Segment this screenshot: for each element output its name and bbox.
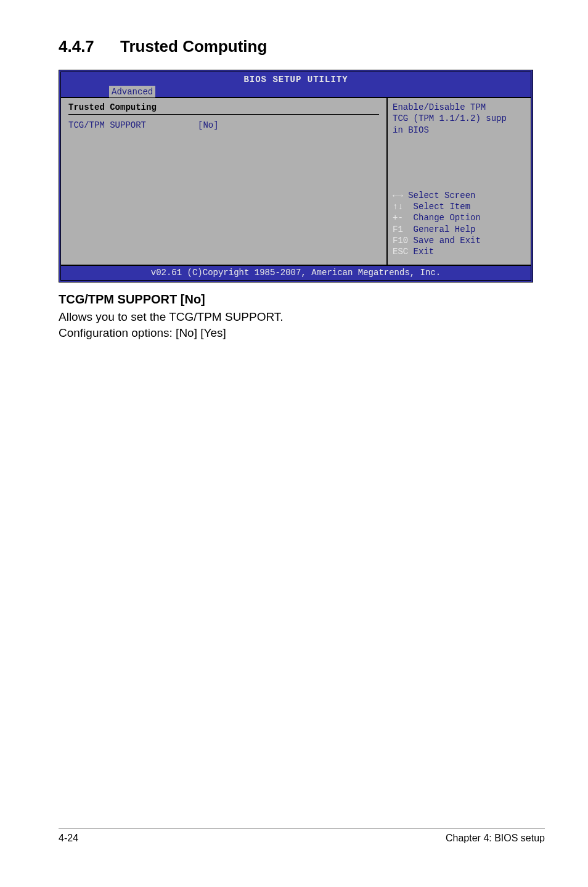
section-number: 4.4.7: [59, 37, 120, 56]
bios-key-line: ↑↓ Select Item: [393, 201, 526, 212]
body-text: Allows you to set the TCG/TPM SUPPORT.: [59, 309, 545, 325]
divider: [68, 114, 379, 115]
bios-key-text: Exit: [408, 247, 434, 257]
bios-key-text: Change Option: [403, 213, 481, 223]
bios-key-line: ←→ Select Screen: [393, 190, 526, 201]
bios-option-row: TCG/TPM SUPPORT [No]: [68, 120, 379, 131]
f1-key-icon: F1: [393, 224, 403, 235]
bios-header: BIOS SETUP UTILITY: [61, 72, 531, 86]
bios-option-value: [No]: [198, 120, 219, 131]
bios-tab-advanced: Advanced: [109, 86, 155, 97]
chapter-label: Chapter 4: BIOS setup: [446, 833, 545, 844]
bios-key-line: +- Change Option: [393, 212, 526, 223]
bios-key-text: Select Screen: [403, 191, 476, 200]
bios-key-text: Save and Exit: [408, 236, 481, 245]
bios-key-line: F10 Save and Exit: [393, 235, 526, 246]
bios-screenshot: BIOS SETUP UTILITY Advanced Trusted Comp…: [59, 70, 533, 283]
bios-tab-row: Advanced: [61, 86, 531, 97]
bios-key-legend: ←→ Select Screen ↑↓ Select Item +- Chang…: [393, 190, 526, 257]
bios-help-text: Enable/Disable TPM TCG (TPM 1.1/1.2) sup…: [393, 102, 526, 136]
bios-left-panel: Trusted Computing TCG/TPM SUPPORT [No]: [61, 98, 388, 265]
bios-help-line: Enable/Disable TPM: [393, 102, 526, 113]
section-heading: 4.4.7Trusted Computing: [59, 37, 545, 56]
bios-key-line: ESC Exit: [393, 246, 526, 257]
arrows-ud-icon: ↑↓: [393, 201, 403, 212]
bios-key-line: F1 General Help: [393, 224, 526, 235]
bios-right-panel: Enable/Disable TPM TCG (TPM 1.1/1.2) sup…: [388, 98, 531, 265]
plus-minus-icon: +-: [393, 212, 403, 223]
bios-body: Trusted Computing TCG/TPM SUPPORT [No] E…: [61, 97, 531, 265]
page-footer: 4-24 Chapter 4: BIOS setup: [59, 828, 545, 844]
esc-key-icon: ESC: [393, 246, 408, 257]
arrows-lr-icon: ←→: [393, 190, 403, 201]
bios-panel-title: Trusted Computing: [68, 102, 379, 113]
f10-key-icon: F10: [393, 235, 408, 246]
bios-help-line: in BIOS: [393, 125, 526, 136]
bios-footer: v02.61 (C)Copyright 1985-2007, American …: [61, 265, 531, 280]
bios-option-label: TCG/TPM SUPPORT: [68, 120, 198, 131]
section-title: Trusted Computing: [120, 37, 267, 56]
subsection-heading: TCG/TPM SUPPORT [No]: [59, 292, 545, 307]
bios-key-text: General Help: [403, 225, 476, 234]
body-text: Configuration options: [No] [Yes]: [59, 325, 545, 341]
bios-help-line: TCG (TPM 1.1/1.2) supp: [393, 113, 526, 124]
bios-key-text: Select Item: [403, 202, 470, 212]
page-number: 4-24: [59, 833, 78, 844]
